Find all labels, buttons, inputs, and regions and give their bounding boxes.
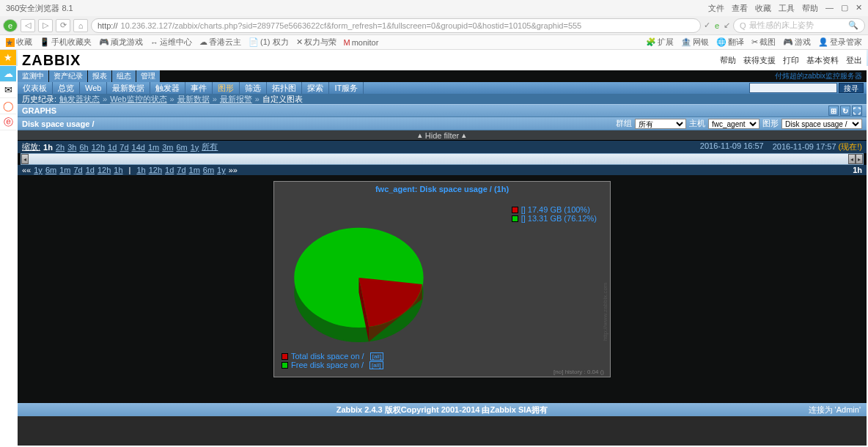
bookmark-item[interactable]: ☁香港云主	[199, 37, 241, 48]
fwd-link[interactable]: 12h	[149, 166, 162, 174]
window-min[interactable]: —	[825, 3, 834, 14]
zoom-link[interactable]: 1d	[108, 143, 117, 152]
subnav-latest[interactable]: 最新数据	[107, 82, 150, 94]
link-help[interactable]: 帮助	[720, 55, 736, 66]
back-link[interactable]: 7d	[73, 166, 82, 174]
link-print[interactable]: 打印	[783, 55, 799, 66]
bookmark-item[interactable]: ✕权力与荣	[296, 37, 336, 48]
zoom-link[interactable]: 6h	[79, 143, 88, 152]
nav-reports[interactable]: 报表	[88, 70, 111, 82]
address-input[interactable]: http:// 10.236.32.127/zabbix/charts.php?…	[91, 18, 701, 33]
subnav-web[interactable]: Web	[80, 82, 107, 94]
zoom-link[interactable]: 12h	[92, 143, 105, 152]
subnav-triggers[interactable]: 触发器	[150, 82, 185, 94]
graph-select[interactable]: Disk space usage /	[781, 119, 862, 129]
e-icon[interactable]: ⓔ	[0, 114, 16, 130]
reload-button[interactable]: ⟳	[56, 19, 70, 32]
subnav-events[interactable]: 事件	[185, 82, 213, 94]
zoom-link[interactable]: 1m	[148, 143, 159, 152]
fullscreen-icon[interactable]: ⛶	[852, 106, 862, 116]
nav-config[interactable]: 组态	[112, 70, 136, 82]
bookmark-item[interactable]: 📄(1) 权力	[249, 37, 289, 48]
back-link[interactable]: 1m	[59, 166, 70, 174]
engine-icon[interactable]: e	[715, 21, 719, 30]
toolbar-item[interactable]: 🌐翻译	[716, 37, 744, 48]
zoom-link[interactable]: 所有	[202, 141, 218, 152]
bookmark-item[interactable]: ↔运维中心	[150, 37, 192, 48]
bookmark-item[interactable]: Mmonitor	[344, 38, 379, 47]
zoom-link[interactable]: 3m	[162, 143, 173, 152]
history-link[interactable]: 最新数据	[177, 94, 210, 105]
fwd-link[interactable]: 7d	[177, 166, 185, 174]
back-button[interactable]: ◁	[21, 19, 35, 32]
filter-toggle[interactable]: ▴ Hide filter ▴	[18, 130, 867, 141]
zoom-link[interactable]: 2h	[56, 143, 65, 152]
toolbar-item[interactable]: 🎮游戏	[783, 37, 811, 48]
zoom-link[interactable]: 6m	[176, 143, 187, 152]
menu-fav[interactable]: 收藏	[755, 3, 771, 14]
toolbar-item[interactable]: 🧩扩展	[646, 37, 674, 48]
back-link[interactable]: 1h	[114, 166, 122, 174]
fwd-link[interactable]: 1m	[189, 166, 200, 174]
link-support[interactable]: 获得支援	[743, 55, 776, 66]
subnav-maps[interactable]: 拓扑图	[267, 82, 302, 94]
star-icon[interactable]: ★	[0, 50, 16, 66]
fwd-link[interactable]: 1h	[136, 166, 145, 174]
fwd-link[interactable]: 6m	[203, 166, 214, 174]
toolbar-item[interactable]: 🏦网银	[681, 37, 709, 48]
back-link[interactable]: 12h	[98, 166, 111, 174]
toolbar-item[interactable]: ✂截图	[751, 37, 776, 48]
zoom-link[interactable]: 3h	[67, 143, 76, 152]
bookmark-item[interactable]: 📱手机收藏夹	[40, 37, 92, 48]
nav-monitoring[interactable]: 监测中	[18, 70, 48, 82]
refresh-icon[interactable]: ↻	[840, 106, 850, 116]
cloud-icon[interactable]: ☁	[0, 66, 16, 82]
forward-button[interactable]: ▷	[38, 19, 53, 32]
zoom-link[interactable]: 14d	[132, 143, 145, 152]
timeline-slider[interactable]: ◂ ◂ ▸	[21, 153, 864, 165]
zoom-link[interactable]: 1y	[191, 143, 199, 152]
bookmark-item[interactable]: ★收藏	[6, 37, 32, 48]
subnav-graphs[interactable]: 图形	[213, 82, 240, 94]
history-link[interactable]: Web监控的状态	[110, 94, 166, 105]
subnav-dashboard[interactable]: 仪表板	[18, 82, 53, 94]
timeline-handle-left[interactable]: ◂	[21, 154, 29, 164]
browser-search-input[interactable]: Q 最性感的床上姿势 🔍	[733, 18, 865, 33]
subnav-overview[interactable]: 总览	[53, 82, 80, 94]
menu-tools[interactable]: 工具	[779, 3, 795, 14]
back-link[interactable]: 1y	[34, 166, 43, 174]
fwd-link[interactable]: 1y	[217, 166, 226, 174]
menu-file[interactable]: 文件	[708, 3, 724, 14]
subnav-itservices[interactable]: IT服务	[329, 82, 364, 94]
timeline-handle-end[interactable]: ▸	[856, 154, 863, 164]
history-link[interactable]: 触发器状态	[59, 94, 100, 105]
search-input[interactable]	[749, 83, 837, 93]
window-max[interactable]: ▢	[841, 3, 848, 14]
back-link[interactable]: 6m	[45, 166, 56, 174]
download-icon[interactable]: ↙	[724, 21, 730, 30]
weibo-icon[interactable]: ◯	[0, 98, 16, 114]
home-button[interactable]: ⌂	[73, 19, 88, 32]
back-link[interactable]: 1d	[86, 166, 95, 174]
mail-icon[interactable]: ✉	[0, 82, 16, 98]
subnav-screens[interactable]: 筛选	[240, 82, 267, 94]
window-close[interactable]: ✕	[856, 3, 862, 14]
menu-help[interactable]: 帮助	[802, 3, 818, 14]
link-profile[interactable]: 基本资料	[806, 55, 839, 66]
host-select[interactable]: fwc_agent	[708, 119, 760, 129]
subnav-discovery[interactable]: 探索	[302, 82, 329, 94]
bookmark-item[interactable]: 🎮顽龙游戏	[99, 37, 143, 48]
group-select[interactable]: 所有	[635, 119, 686, 129]
fwd-link[interactable]: 1d	[165, 166, 174, 174]
zoom-link[interactable]: 7d	[119, 143, 128, 152]
toolbar-item[interactable]: 👤登录管家	[818, 37, 862, 48]
add-favorite-icon[interactable]: ⊞	[828, 106, 839, 116]
menu-view[interactable]: 查看	[732, 3, 748, 14]
sub-nav: 仪表板 总览 Web 最新数据 触发器 事件 图形 筛选 拓扑图 探索 IT服务…	[18, 82, 867, 94]
search-button[interactable]: 搜寻	[839, 83, 864, 93]
history-link[interactable]: 最新报警	[220, 94, 252, 105]
timeline-handle-right[interactable]: ◂	[848, 154, 856, 164]
nav-admin[interactable]: 管理	[136, 70, 160, 82]
link-logout[interactable]: 登出	[846, 55, 862, 66]
nav-inventory[interactable]: 资产纪录	[49, 70, 87, 82]
